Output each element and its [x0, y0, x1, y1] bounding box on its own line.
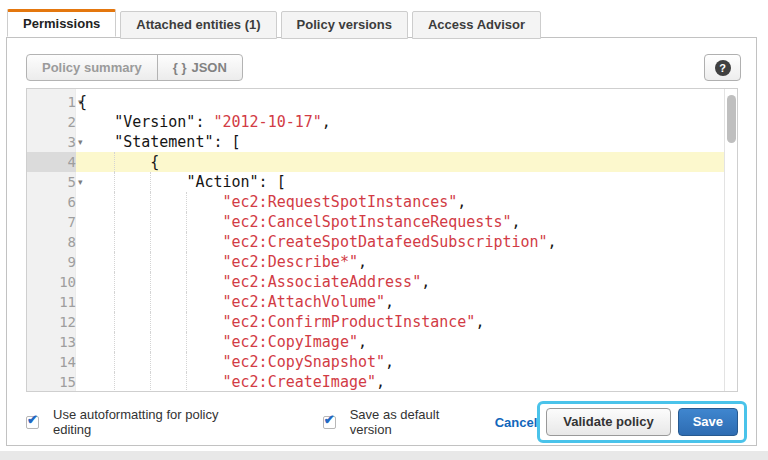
page-bottom-strip	[0, 451, 768, 460]
gutter-cell: 12	[27, 312, 76, 332]
gutter-cell: 9	[27, 252, 76, 272]
indent-guide	[186, 292, 187, 312]
indent-guide	[114, 192, 115, 212]
code-text[interactable]: "ec2:AttachVolume",	[76, 292, 724, 312]
line-number: 7	[27, 212, 76, 232]
gutter-cell: 15	[27, 372, 76, 392]
line-number: 11	[27, 292, 76, 312]
indent-guide	[150, 252, 151, 272]
tab-policy-versions[interactable]: Policy versions	[281, 11, 408, 39]
indent-guide	[114, 312, 115, 332]
line-number: 12	[27, 312, 76, 332]
code-text[interactable]: "ec2:CreateImage",	[76, 372, 724, 392]
indent-guide	[114, 252, 115, 272]
indent-guide	[150, 172, 151, 192]
indent-guide	[150, 332, 151, 352]
indent-guide	[186, 192, 187, 212]
indent-guide	[114, 272, 115, 292]
gutter-cell: 5▾	[27, 172, 76, 192]
policy-json-editor[interactable]: 1▾{2 "Version": "2012-10-17",3▾ "Stateme…	[26, 88, 738, 392]
line-number: 13	[27, 332, 76, 352]
editor-scrollbar-track[interactable]	[724, 89, 737, 391]
editor-lines: 1▾{2 "Version": "2012-10-17",3▾ "Stateme…	[27, 92, 724, 392]
gutter-cell: 6	[27, 192, 76, 212]
code-text[interactable]: "ec2:RequestSpotInstances",	[76, 192, 724, 212]
gutter-cell: 4▾	[27, 152, 76, 172]
gutter-cell: 11	[27, 292, 76, 312]
indent-guide	[114, 232, 115, 252]
indent-guide	[186, 272, 187, 292]
autoformat-checkbox[interactable]: ✔	[26, 416, 39, 429]
code-line[interactable]: 6 "ec2:RequestSpotInstances",	[27, 192, 724, 212]
indent-guide	[150, 212, 151, 232]
indent-guide	[186, 252, 187, 272]
gutter-cell: 10	[27, 272, 76, 292]
code-line[interactable]: 9 "ec2:Describe*",	[27, 252, 724, 272]
code-line[interactable]: 15 "ec2:CreateImage",	[27, 372, 724, 392]
code-text[interactable]: "ec2:CreateSpotDatafeedSubscription",	[76, 232, 724, 252]
editor-footer: ✔ Use autoformatting for policy editing …	[26, 400, 747, 444]
code-line[interactable]: 13 "ec2:CopyImage",	[27, 332, 724, 352]
tab-attached-entities-1[interactable]: Attached entities (1)	[120, 11, 276, 39]
gutter-cell: 2	[27, 112, 76, 132]
code-text[interactable]: "Statement": [	[76, 132, 724, 152]
code-line[interactable]: 10 "ec2:AssociateAddress",	[27, 272, 724, 292]
validate-policy-button[interactable]: Validate policy	[546, 408, 670, 436]
code-line[interactable]: 4▾ {	[27, 152, 724, 172]
json-view-button[interactable]: { }JSON	[157, 55, 242, 80]
indent-guide	[150, 312, 151, 332]
line-number: 6	[27, 192, 76, 212]
code-text[interactable]: {	[76, 152, 724, 172]
code-text[interactable]: "ec2:CancelSpotInstanceRequests",	[76, 212, 724, 232]
code-text[interactable]: "ec2:ConfirmProductInstance",	[76, 312, 724, 332]
help-button[interactable]: ?	[704, 54, 741, 81]
code-line[interactable]: 3▾ "Statement": [	[27, 132, 724, 152]
indent-guide	[186, 352, 187, 372]
code-line[interactable]: 8 "ec2:CreateSpotDatafeedSubscription",	[27, 232, 724, 252]
code-text[interactable]: "Action": [	[76, 172, 724, 192]
indent-guide	[114, 152, 115, 172]
code-line[interactable]: 2 "Version": "2012-10-17",	[27, 112, 724, 132]
code-line[interactable]: 11 "ec2:AttachVolume",	[27, 292, 724, 312]
indent-guide	[150, 292, 151, 312]
code-line[interactable]: 12 "ec2:ConfirmProductInstance",	[27, 312, 724, 332]
checkmark-icon: ✔	[27, 412, 38, 427]
gutter-cell: 1▾	[27, 92, 76, 112]
tab-permissions[interactable]: Permissions	[7, 9, 116, 37]
gutter-cell: 7	[27, 212, 76, 232]
code-line[interactable]: 5▾ "Action": [	[27, 172, 724, 192]
indent-guide	[150, 372, 151, 392]
code-text[interactable]: "ec2:Describe*",	[76, 252, 724, 272]
line-number: 3	[27, 132, 76, 152]
code-text[interactable]: "ec2:CopySnapshot",	[76, 352, 724, 372]
line-number: 4	[27, 152, 76, 172]
save-default-label: Save as default version	[350, 407, 473, 437]
code-line[interactable]: 1▾{	[27, 92, 724, 112]
indent-guide	[186, 212, 187, 232]
indent-guide	[114, 172, 115, 192]
code-line[interactable]: 7 "ec2:CancelSpotInstanceRequests",	[27, 212, 724, 232]
tab-bar: PermissionsAttached entities (1)Policy v…	[7, 9, 541, 39]
indent-guide	[114, 332, 115, 352]
code-text[interactable]: "ec2:CopyImage",	[76, 332, 724, 352]
cancel-link[interactable]: Cancel	[495, 415, 538, 430]
editor-toolbar: Policy summary { }JSON ?	[26, 54, 741, 81]
gutter-cell: 8	[27, 232, 76, 252]
code-text[interactable]: "ec2:AssociateAddress",	[76, 272, 724, 292]
autoformat-label: Use autoformatting for policy editing	[53, 407, 242, 437]
gutter-cell: 14	[27, 352, 76, 372]
line-number: 15	[27, 372, 76, 392]
save-button[interactable]: Save	[678, 408, 738, 436]
tab-access-advisor[interactable]: Access Advisor	[412, 11, 541, 39]
indent-guide	[150, 352, 151, 372]
policy-summary-button[interactable]: Policy summary	[27, 55, 157, 80]
line-number: 8	[27, 232, 76, 252]
save-default-checkbox[interactable]: ✔	[323, 416, 336, 429]
code-text[interactable]: "Version": "2012-10-17",	[76, 112, 724, 132]
code-line[interactable]: 14 "ec2:CopySnapshot",	[27, 352, 724, 372]
line-number: 2	[27, 112, 76, 132]
editor-scrollbar-thumb[interactable]	[727, 95, 736, 143]
code-text[interactable]: {	[76, 92, 724, 112]
json-braces-icon: { }	[173, 60, 187, 75]
gutter-cell: 13	[27, 332, 76, 352]
